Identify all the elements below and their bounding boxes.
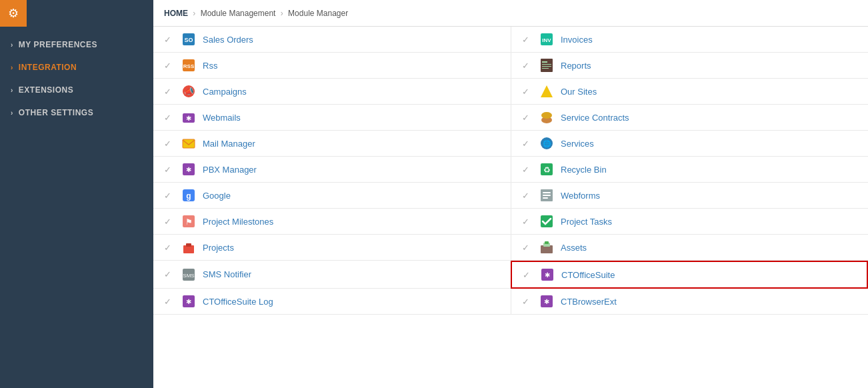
svg-rect-8: [542, 64, 551, 65]
module-row: ✓ ♻ Recycle Bin: [511, 157, 868, 183]
assets-label[interactable]: Assets: [561, 243, 587, 253]
check-icon: ✓: [164, 87, 175, 97]
reports-icon: [539, 58, 554, 73]
module-row: ✓ g Google: [153, 183, 511, 209]
check-icon: ✓: [522, 191, 533, 201]
google-label[interactable]: Google: [203, 191, 231, 201]
sidebar-item-label: OTHER SETTINGS: [19, 108, 93, 117]
svg-rect-30: [543, 197, 548, 199]
svg-text:⚑: ⚑: [185, 217, 193, 227]
sidebar-item-other-settings[interactable]: › OTHER SETTINGS: [0, 101, 153, 124]
module-row: ✓ ✱ PBX Manager: [153, 157, 511, 183]
ctofficesuite-log-icon: ✱: [181, 294, 196, 309]
module-row: ✓ ✱ CTOfficeSuite Log: [153, 289, 511, 315]
recycle-bin-label[interactable]: Recycle Bin: [561, 165, 607, 175]
check-icon: ✓: [523, 270, 533, 280]
sales-orders-icon: SO: [181, 32, 196, 47]
check-icon: ✓: [522, 139, 533, 149]
ctofficesuite-log-label[interactable]: CTOfficeSuite Log: [203, 297, 273, 307]
webmails-icon: ✱: [181, 110, 196, 125]
svg-rect-18: [183, 139, 195, 148]
check-icon: ✓: [522, 87, 533, 97]
mail-manager-label[interactable]: Mail Manager: [203, 139, 255, 149]
breadcrumb: HOME › Module Management › Module Manage…: [164, 9, 348, 18]
check-icon: ✓: [164, 269, 175, 279]
check-icon: ✓: [164, 297, 175, 307]
service-contracts-label[interactable]: Service Contracts: [561, 113, 629, 123]
webmails-label[interactable]: Webmails: [203, 113, 241, 123]
module-row: ✓ 🌐 Services: [511, 131, 868, 157]
rss-icon: RSS: [181, 58, 196, 73]
services-icon: 🌐: [539, 136, 554, 151]
topbar: HOME › Module Management › Module Manage…: [153, 0, 868, 27]
sms-notifier-label[interactable]: SMS Notifier: [203, 269, 251, 279]
campaigns-label[interactable]: Campaigns: [203, 87, 247, 97]
svg-rect-7: [542, 61, 547, 63]
sidebar: ⚙ › MY PREFERENCES › INTEGRATION › EXTEN…: [0, 0, 153, 388]
module-row: ✓ Reports: [511, 53, 868, 79]
breadcrumb-sep-2: ›: [281, 9, 283, 18]
sidebar-header: ⚙: [0, 0, 27, 27]
module-row: ✓ INV Invoices: [511, 27, 868, 53]
gear-icon: ⚙: [8, 6, 19, 21]
check-icon: ✓: [164, 243, 175, 253]
project-milestones-label[interactable]: Project Milestones: [203, 217, 273, 227]
module-row: ✓ ⚑ Project Milestones: [153, 209, 511, 235]
module-row: ✓ Service Contracts: [511, 105, 868, 131]
chevron-icon: ›: [11, 41, 13, 49]
project-tasks-label[interactable]: Project Tasks: [561, 217, 612, 227]
sidebar-item-integration[interactable]: › INTEGRATION: [0, 56, 153, 79]
sales-orders-label[interactable]: Sales Orders: [203, 35, 253, 45]
sidebar-item-label: MY PREFERENCES: [19, 40, 97, 49]
google-icon: g: [181, 188, 196, 203]
module-row: ✓ SO Sales Orders: [153, 27, 511, 53]
module-row: ✓ Webforms: [511, 183, 868, 209]
svg-text:g: g: [186, 191, 191, 201]
breadcrumb-module-manager: Module Manager: [288, 9, 348, 18]
module-row: ✓ Assets: [511, 235, 868, 261]
svg-text:♻: ♻: [543, 165, 551, 175]
module-row: ✓ Our Sites: [511, 79, 868, 105]
assets-icon: [539, 240, 554, 255]
module-row: ✓ 📣 Campaigns: [153, 79, 511, 105]
module-row: ✓ Mail Manager: [153, 131, 511, 157]
ctofficesuite-label[interactable]: CTOfficeSuite: [561, 270, 615, 280]
sidebar-item-my-preferences[interactable]: › MY PREFERENCES: [0, 33, 153, 56]
rss-label[interactable]: Rss: [203, 61, 217, 71]
breadcrumb-home[interactable]: HOME: [164, 9, 188, 18]
svg-text:RSS: RSS: [183, 63, 195, 69]
reports-label[interactable]: Reports: [561, 61, 591, 71]
check-icon: ✓: [164, 139, 175, 149]
projects-label[interactable]: Projects: [203, 243, 234, 253]
module-row: ✓ RSS Rss: [153, 53, 511, 79]
svg-text:INV: INV: [542, 37, 551, 43]
svg-text:📣: 📣: [184, 86, 194, 96]
sidebar-item-extensions[interactable]: › EXTENSIONS: [0, 79, 153, 101]
ctbrowserext-label[interactable]: CTBrowserExt: [561, 297, 617, 307]
webforms-icon: [539, 188, 554, 203]
svg-point-17: [541, 112, 552, 119]
main-content: HOME › Module Management › Module Manage…: [153, 0, 868, 388]
module-row: ✓ ✱ CTBrowserExt: [511, 289, 868, 315]
check-icon: ✓: [164, 61, 175, 71]
pbx-manager-label[interactable]: PBX Manager: [203, 165, 257, 175]
svg-marker-13: [541, 85, 553, 97]
svg-text:✱: ✱: [186, 298, 191, 305]
module-row-highlighted: ✓ ✱ CTOfficeSuite: [511, 261, 868, 289]
svg-rect-38: [545, 241, 549, 244]
sidebar-top-row: ⚙: [0, 0, 153, 27]
check-icon: ✓: [164, 191, 175, 201]
svg-text:SO: SO: [184, 37, 193, 43]
webforms-label[interactable]: Webforms: [561, 191, 600, 201]
invoices-label[interactable]: Invoices: [561, 35, 593, 45]
our-sites-label[interactable]: Our Sites: [561, 87, 597, 97]
breadcrumb-module-management[interactable]: Module Management: [201, 9, 276, 18]
check-icon: ✓: [164, 113, 175, 123]
projects-icon: [181, 240, 196, 255]
check-icon: ✓: [522, 243, 533, 253]
services-label[interactable]: Services: [561, 139, 594, 149]
svg-rect-6: [541, 59, 553, 72]
module-row: ✓ Projects: [153, 235, 511, 261]
content-area: ✓ SO Sales Orders ✓ INV Invoices: [153, 27, 868, 388]
campaigns-icon: 📣: [181, 84, 196, 99]
